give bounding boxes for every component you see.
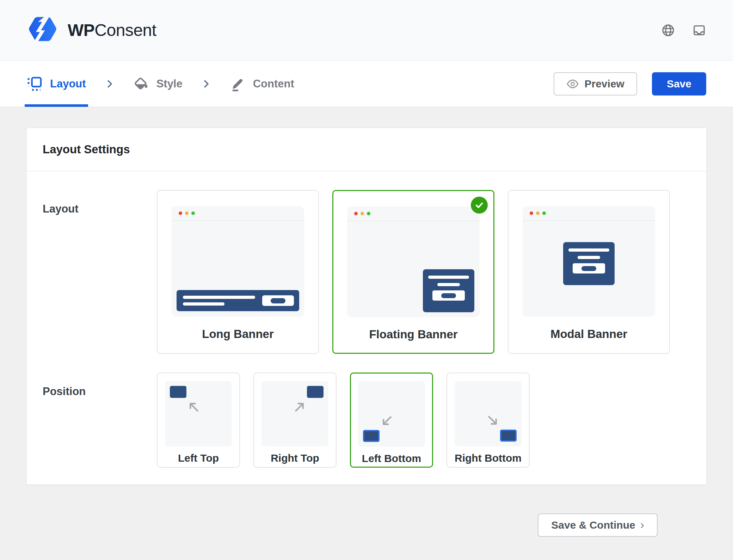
floating-banner-preview (423, 269, 474, 312)
brand-name-bold: WP (68, 21, 94, 39)
chevron-right-icon (201, 79, 211, 89)
arrow-down-left-icon (380, 414, 393, 428)
position-row-label: Position (43, 373, 157, 468)
position-preview (455, 381, 522, 447)
tab-layout[interactable]: Layout (27, 61, 86, 107)
tab-content[interactable]: Content (230, 61, 294, 107)
traffic-dot-red (179, 211, 182, 215)
browser-mockup (347, 207, 480, 317)
banner-rect (363, 430, 380, 442)
browser-mockup (172, 206, 304, 317)
globe-icon[interactable] (661, 23, 675, 37)
layout-option-long-banner[interactable]: Long Banner (157, 190, 319, 354)
wpconsent-logo-icon (27, 16, 58, 44)
pencil-icon (230, 76, 245, 92)
position-option-right-top[interactable]: Right Top (253, 373, 337, 468)
arrow-up-right-icon (293, 400, 307, 413)
position-preview (261, 381, 328, 447)
position-row: Position Left Top (26, 354, 707, 485)
brand: WPConsent (27, 16, 156, 44)
preview-button[interactable]: Preview (554, 72, 637, 96)
browser-mockup (523, 206, 655, 317)
brand-name-regular: Consent (94, 21, 156, 39)
tab-style[interactable]: Style (133, 61, 183, 107)
modal-banner-preview (563, 242, 615, 285)
inbox-tray-icon[interactable] (692, 23, 706, 37)
layout-icon (27, 76, 42, 92)
traffic-dot-red (354, 212, 358, 215)
selected-check-icon (471, 197, 488, 214)
traffic-dot-green (542, 211, 546, 215)
banner-rect (307, 386, 324, 398)
chevron-right-icon (104, 79, 115, 89)
layout-option-label: Modal Banner (509, 327, 669, 341)
position-option-right-bottom[interactable]: Right Bottom (446, 373, 530, 468)
chevron-right-icon: › (640, 518, 644, 532)
traffic-dot-red (530, 211, 533, 215)
traffic-dot-yellow (361, 212, 364, 215)
position-preview (165, 381, 232, 447)
banner-rect (170, 386, 186, 398)
tab-label: Style (156, 78, 183, 90)
tab-label: Content (253, 78, 294, 90)
save-label: Save (667, 78, 691, 90)
save-and-continue-button[interactable]: Save & Continue › (538, 513, 658, 537)
layout-option-floating-banner[interactable]: Floating Banner (332, 190, 494, 354)
paint-bucket-icon (133, 76, 149, 92)
position-option-label: Right Bottom (447, 452, 529, 464)
position-preview (358, 381, 425, 447)
browser-toolbar (347, 207, 480, 221)
app-header: WPConsent (0, 0, 733, 61)
position-option-label: Left Top (158, 452, 239, 464)
banner-rect (500, 430, 517, 442)
panel-title: Layout Settings (26, 128, 707, 171)
position-option-left-bottom[interactable]: Left Bottom (350, 373, 433, 468)
layout-option-label: Floating Banner (333, 328, 493, 341)
position-option-left-top[interactable]: Left Top (157, 373, 240, 468)
tab-label: Layout (50, 78, 86, 90)
traffic-dot-green (367, 212, 370, 215)
position-option-label: Left Bottom (351, 453, 432, 464)
main-content: Layout Settings Layout (0, 107, 733, 537)
layout-option-modal-banner[interactable]: Modal Banner (508, 190, 670, 354)
arrow-down-right-icon (486, 414, 500, 427)
long-banner-preview (177, 290, 299, 311)
position-option-label: Right Top (254, 452, 336, 464)
wizard-tab-bar: Layout Style Content (0, 61, 733, 107)
layout-option-label: Long Banner (158, 327, 318, 341)
layout-settings-panel: Layout Settings Layout (26, 128, 707, 485)
traffic-dot-green (191, 211, 195, 215)
eye-icon (566, 78, 579, 90)
browser-toolbar (523, 206, 655, 221)
preview-label: Preview (585, 78, 624, 90)
save-and-continue-label: Save & Continue (551, 519, 635, 531)
browser-toolbar (172, 206, 304, 221)
brand-name: WPConsent (68, 20, 156, 40)
layout-row-label: Layout (43, 190, 157, 354)
layout-row: Layout Lo (26, 171, 707, 354)
traffic-dot-yellow (185, 211, 189, 215)
traffic-dot-yellow (536, 211, 540, 215)
save-button[interactable]: Save (652, 72, 706, 96)
arrow-up-left-icon (187, 400, 200, 413)
